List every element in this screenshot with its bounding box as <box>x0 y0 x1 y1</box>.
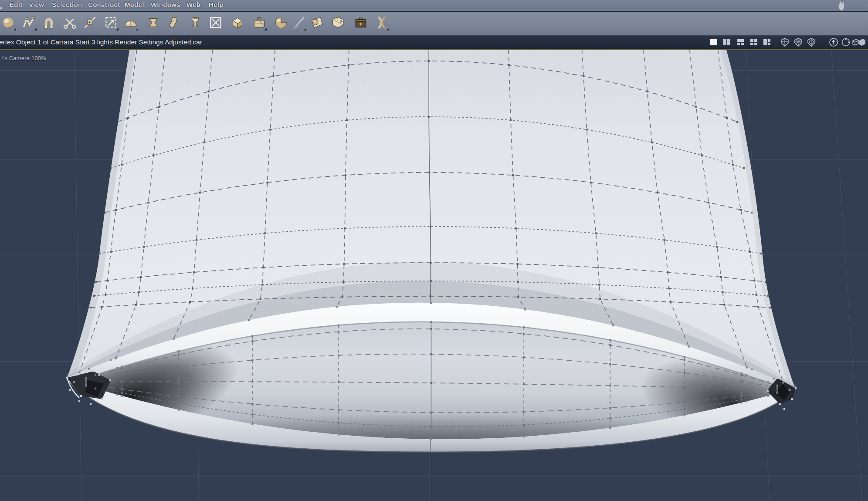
sphere-primitive-tool-icon <box>1 15 16 32</box>
dome-tool[interactable] <box>123 15 138 32</box>
two-pane-icon <box>722 37 732 47</box>
viewport-canvas[interactable] <box>0 50 868 501</box>
delete-box-tool-icon <box>208 15 223 32</box>
menu-item-selection[interactable]: Selection <box>52 1 82 8</box>
boolean-sphere-tool-icon <box>274 15 288 32</box>
menu-item-help[interactable]: Help <box>209 1 224 8</box>
l-pane-button[interactable] <box>762 37 772 47</box>
satchel-tool[interactable] <box>252 15 267 32</box>
viewport-3d[interactable]: r's Camera 100% <box>0 50 868 501</box>
shield-wire-a-button[interactable] <box>780 37 790 47</box>
block-tool-icon <box>230 15 245 32</box>
document-title-bar: ertex Object 1 of Carrara Start 3 lights… <box>0 36 868 49</box>
shield-wire-c-button[interactable] <box>807 37 816 47</box>
document-title: ertex Object 1 of Carrara Start 3 lights… <box>0 38 202 46</box>
boolean-sphere-tool[interactable] <box>274 15 288 32</box>
polyline-tool[interactable] <box>22 15 37 32</box>
magnet-tool[interactable] <box>41 15 56 32</box>
wrap-plane-tool[interactable] <box>331 15 346 32</box>
toolbox-tool[interactable] <box>353 15 368 32</box>
scissors-tool[interactable] <box>62 15 77 32</box>
menu-item-view[interactable]: View <box>29 1 44 8</box>
delete-box-tool[interactable] <box>208 15 223 32</box>
add-point-tool-icon <box>83 15 98 32</box>
sphere-primitive-tool[interactable] <box>1 15 16 32</box>
menu-item-windows[interactable]: Windows <box>151 1 180 8</box>
polyline-tool-icon <box>22 15 37 32</box>
add-point-tool[interactable] <box>83 15 98 32</box>
shield-wire-b-icon <box>793 37 803 47</box>
single-pane-icon <box>709 37 719 47</box>
toolbox-tool-icon <box>353 15 368 32</box>
three-pane-top-button[interactable] <box>736 37 745 47</box>
rotate-sphere-icon <box>841 37 851 47</box>
three-pane-top-icon <box>736 37 745 47</box>
lathe-tool-icon <box>146 15 161 32</box>
camera-label: r's Camera 100% <box>1 55 46 61</box>
shield-wire-b-button[interactable] <box>793 37 803 47</box>
goblet-lathe-tool-icon <box>188 15 203 32</box>
orbit-up-button[interactable] <box>829 37 838 47</box>
menu-item-construct[interactable]: Construct <box>88 1 120 8</box>
clipped-menu-item-fragment <box>0 7 2 9</box>
menu-item-web[interactable]: Web <box>186 1 200 8</box>
extrude-tool-icon <box>167 15 182 32</box>
l-pane-icon <box>762 37 772 47</box>
transform-marquee-tool-icon <box>104 15 119 32</box>
pan-hand-icon[interactable] <box>835 0 848 11</box>
two-pane-button[interactable] <box>722 37 732 47</box>
brush-stroke-tool[interactable] <box>292 15 306 32</box>
partial-dial-button[interactable] <box>865 37 868 47</box>
shield-wire-c-icon <box>807 37 816 47</box>
partial-dial-icon <box>865 37 868 47</box>
dome-tool-icon <box>123 15 138 32</box>
scissors-tool-icon <box>62 15 77 32</box>
transform-marquee-tool[interactable] <box>104 15 119 32</box>
brush-stroke-tool-icon <box>292 15 306 32</box>
rotate-sphere-button[interactable] <box>841 37 851 47</box>
extrude-tool[interactable] <box>167 15 182 32</box>
four-pane-grid-button[interactable] <box>749 37 759 47</box>
four-pane-grid-icon <box>749 37 759 47</box>
ribbon-crossing-tool-icon <box>374 15 389 32</box>
menu-item-edit[interactable]: Edit <box>10 1 23 8</box>
vertex-model-object[interactable] <box>11 50 832 473</box>
lathe-tool[interactable] <box>146 15 161 32</box>
orbit-up-icon <box>829 37 838 47</box>
tool-bar <box>0 12 868 36</box>
single-pane-button[interactable] <box>709 37 719 47</box>
wrap-sphere-tool-icon <box>309 15 324 32</box>
wrap-plane-tool-icon <box>331 15 346 32</box>
goblet-lathe-tool[interactable] <box>188 15 203 32</box>
menu-item-model[interactable]: Model <box>125 1 144 8</box>
menu-bar: EditViewSelectionConstructModelWindowsWe… <box>0 0 868 12</box>
shield-wire-a-icon <box>780 37 790 47</box>
wrap-sphere-tool[interactable] <box>309 15 324 32</box>
block-tool[interactable] <box>230 15 245 32</box>
ribbon-crossing-tool[interactable] <box>374 15 389 32</box>
satchel-tool-icon <box>252 15 267 32</box>
magnet-tool-icon <box>41 15 56 32</box>
partial-dial-icon[interactable] <box>859 0 868 11</box>
